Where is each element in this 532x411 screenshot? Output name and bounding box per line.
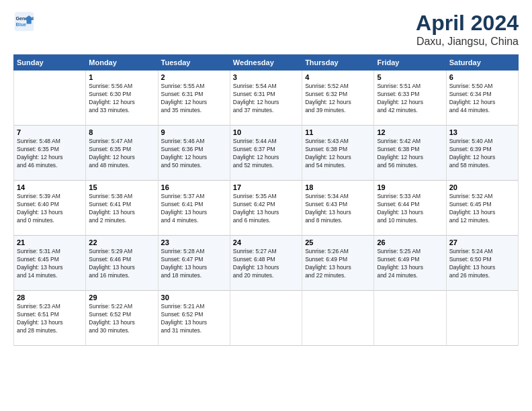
calendar-week-row: 7Sunrise: 5:48 AMSunset: 6:35 PMDaylight… bbox=[14, 126, 519, 181]
calendar-day-cell: 13Sunrise: 5:40 AMSunset: 6:39 PMDayligh… bbox=[446, 126, 518, 181]
calendar-day-cell: 22Sunrise: 5:29 AMSunset: 6:46 PMDayligh… bbox=[86, 236, 158, 291]
day-info: Sunrise: 5:28 AMSunset: 6:47 PMDaylight:… bbox=[161, 248, 227, 280]
day-info: Sunrise: 5:35 AMSunset: 6:42 PMDaylight:… bbox=[233, 193, 299, 225]
calendar-header-row: Sunday Monday Tuesday Wednesday Thursday… bbox=[14, 55, 519, 71]
day-info: Sunrise: 5:32 AMSunset: 6:45 PMDaylight:… bbox=[449, 193, 515, 225]
calendar-day-cell: 18Sunrise: 5:34 AMSunset: 6:43 PMDayligh… bbox=[302, 181, 374, 236]
day-number: 9 bbox=[161, 128, 227, 136]
day-number: 7 bbox=[17, 128, 83, 136]
calendar-day-cell: 28Sunrise: 5:23 AMSunset: 6:51 PMDayligh… bbox=[14, 291, 86, 346]
day-number: 16 bbox=[161, 183, 227, 191]
day-info: Sunrise: 5:52 AMSunset: 6:32 PMDaylight:… bbox=[305, 83, 371, 115]
day-number: 13 bbox=[449, 128, 515, 136]
day-number: 26 bbox=[377, 238, 443, 246]
day-info: Sunrise: 5:42 AMSunset: 6:38 PMDaylight:… bbox=[377, 138, 443, 170]
day-info: Sunrise: 5:51 AMSunset: 6:33 PMDaylight:… bbox=[377, 83, 443, 115]
page: General Blue April 2024 Daxu, Jiangsu, C… bbox=[0, 0, 532, 411]
header-monday: Monday bbox=[86, 55, 158, 71]
calendar-week-row: 1Sunrise: 5:56 AMSunset: 6:30 PMDaylight… bbox=[14, 71, 519, 126]
calendar-day-cell bbox=[230, 291, 302, 346]
day-info: Sunrise: 5:31 AMSunset: 6:45 PMDaylight:… bbox=[17, 248, 83, 280]
logo-icon: General Blue bbox=[13, 11, 35, 32]
day-info: Sunrise: 5:37 AMSunset: 6:41 PMDaylight:… bbox=[161, 193, 227, 225]
calendar-day-cell: 19Sunrise: 5:33 AMSunset: 6:44 PMDayligh… bbox=[374, 181, 446, 236]
day-info: Sunrise: 5:26 AMSunset: 6:49 PMDaylight:… bbox=[305, 248, 371, 280]
day-info: Sunrise: 5:22 AMSunset: 6:52 PMDaylight:… bbox=[89, 303, 154, 335]
day-number: 18 bbox=[305, 183, 371, 191]
day-number: 22 bbox=[89, 238, 154, 246]
title-block: April 2024 Daxu, Jiangsu, China bbox=[416, 11, 519, 48]
calendar-day-cell: 14Sunrise: 5:39 AMSunset: 6:40 PMDayligh… bbox=[14, 181, 86, 236]
svg-text:Blue: Blue bbox=[16, 22, 26, 28]
calendar-day-cell: 6Sunrise: 5:50 AMSunset: 6:34 PMDaylight… bbox=[446, 71, 518, 126]
day-info: Sunrise: 5:34 AMSunset: 6:43 PMDaylight:… bbox=[305, 193, 371, 225]
calendar-day-cell: 23Sunrise: 5:28 AMSunset: 6:47 PMDayligh… bbox=[158, 236, 230, 291]
day-number: 14 bbox=[17, 183, 83, 191]
day-number: 27 bbox=[449, 238, 515, 246]
day-number: 15 bbox=[89, 183, 154, 191]
calendar-day-cell: 4Sunrise: 5:52 AMSunset: 6:32 PMDaylight… bbox=[302, 71, 374, 126]
calendar-day-cell: 8Sunrise: 5:47 AMSunset: 6:35 PMDaylight… bbox=[86, 126, 158, 181]
header: General Blue April 2024 Daxu, Jiangsu, C… bbox=[13, 11, 519, 48]
calendar-day-cell: 16Sunrise: 5:37 AMSunset: 6:41 PMDayligh… bbox=[158, 181, 230, 236]
day-info: Sunrise: 5:40 AMSunset: 6:39 PMDaylight:… bbox=[449, 138, 515, 170]
day-info: Sunrise: 5:50 AMSunset: 6:34 PMDaylight:… bbox=[449, 83, 515, 115]
calendar-day-cell bbox=[446, 291, 518, 346]
day-number: 21 bbox=[17, 238, 83, 246]
calendar-day-cell: 29Sunrise: 5:22 AMSunset: 6:52 PMDayligh… bbox=[86, 291, 158, 346]
calendar-day-cell: 10Sunrise: 5:44 AMSunset: 6:37 PMDayligh… bbox=[230, 126, 302, 181]
day-number: 25 bbox=[305, 238, 371, 246]
day-number: 2 bbox=[161, 73, 227, 81]
day-info: Sunrise: 5:47 AMSunset: 6:35 PMDaylight:… bbox=[89, 138, 154, 170]
day-info: Sunrise: 5:27 AMSunset: 6:48 PMDaylight:… bbox=[233, 248, 299, 280]
header-thursday: Thursday bbox=[302, 55, 374, 71]
calendar-day-cell bbox=[374, 291, 446, 346]
calendar-day-cell: 20Sunrise: 5:32 AMSunset: 6:45 PMDayligh… bbox=[446, 181, 518, 236]
day-info: Sunrise: 5:55 AMSunset: 6:31 PMDaylight:… bbox=[161, 83, 227, 115]
day-info: Sunrise: 5:33 AMSunset: 6:44 PMDaylight:… bbox=[377, 193, 443, 225]
day-number: 12 bbox=[377, 128, 443, 136]
day-number: 23 bbox=[161, 238, 227, 246]
day-number: 29 bbox=[89, 293, 154, 302]
day-info: Sunrise: 5:54 AMSunset: 6:31 PMDaylight:… bbox=[233, 83, 299, 115]
day-info: Sunrise: 5:23 AMSunset: 6:51 PMDaylight:… bbox=[17, 303, 83, 335]
header-tuesday: Tuesday bbox=[158, 55, 230, 71]
calendar-week-row: 28Sunrise: 5:23 AMSunset: 6:51 PMDayligh… bbox=[14, 291, 519, 346]
header-saturday: Saturday bbox=[446, 55, 518, 71]
calendar-week-row: 21Sunrise: 5:31 AMSunset: 6:45 PMDayligh… bbox=[14, 236, 519, 291]
day-number: 10 bbox=[233, 128, 299, 136]
calendar-day-cell bbox=[14, 71, 86, 126]
calendar-title: April 2024 bbox=[416, 11, 519, 36]
calendar-day-cell: 1Sunrise: 5:56 AMSunset: 6:30 PMDaylight… bbox=[86, 71, 158, 126]
day-info: Sunrise: 5:25 AMSunset: 6:49 PMDaylight:… bbox=[377, 248, 443, 280]
day-number: 30 bbox=[161, 293, 227, 302]
calendar-day-cell: 5Sunrise: 5:51 AMSunset: 6:33 PMDaylight… bbox=[374, 71, 446, 126]
day-info: Sunrise: 5:44 AMSunset: 6:37 PMDaylight:… bbox=[233, 138, 299, 170]
calendar-day-cell: 26Sunrise: 5:25 AMSunset: 6:49 PMDayligh… bbox=[374, 236, 446, 291]
calendar-day-cell: 12Sunrise: 5:42 AMSunset: 6:38 PMDayligh… bbox=[374, 126, 446, 181]
day-info: Sunrise: 5:21 AMSunset: 6:52 PMDaylight:… bbox=[161, 303, 227, 335]
day-info: Sunrise: 5:24 AMSunset: 6:50 PMDaylight:… bbox=[449, 248, 515, 280]
day-info: Sunrise: 5:46 AMSunset: 6:36 PMDaylight:… bbox=[161, 138, 227, 170]
calendar-day-cell: 27Sunrise: 5:24 AMSunset: 6:50 PMDayligh… bbox=[446, 236, 518, 291]
day-number: 4 bbox=[305, 73, 371, 81]
calendar-day-cell bbox=[302, 291, 374, 346]
calendar-day-cell: 15Sunrise: 5:38 AMSunset: 6:41 PMDayligh… bbox=[86, 181, 158, 236]
calendar-week-row: 14Sunrise: 5:39 AMSunset: 6:40 PMDayligh… bbox=[14, 181, 519, 236]
day-number: 17 bbox=[233, 183, 299, 191]
calendar-day-cell: 24Sunrise: 5:27 AMSunset: 6:48 PMDayligh… bbox=[230, 236, 302, 291]
day-info: Sunrise: 5:48 AMSunset: 6:35 PMDaylight:… bbox=[17, 138, 83, 170]
calendar-subtitle: Daxu, Jiangsu, China bbox=[416, 36, 519, 48]
calendar-day-cell: 9Sunrise: 5:46 AMSunset: 6:36 PMDaylight… bbox=[158, 126, 230, 181]
header-wednesday: Wednesday bbox=[230, 55, 302, 71]
calendar-day-cell: 17Sunrise: 5:35 AMSunset: 6:42 PMDayligh… bbox=[230, 181, 302, 236]
day-info: Sunrise: 5:38 AMSunset: 6:41 PMDaylight:… bbox=[89, 193, 154, 225]
day-number: 1 bbox=[89, 73, 154, 81]
calendar-day-cell: 7Sunrise: 5:48 AMSunset: 6:35 PMDaylight… bbox=[14, 126, 86, 181]
day-info: Sunrise: 5:39 AMSunset: 6:40 PMDaylight:… bbox=[17, 193, 83, 225]
day-number: 24 bbox=[233, 238, 299, 246]
calendar-day-cell: 11Sunrise: 5:43 AMSunset: 6:38 PMDayligh… bbox=[302, 126, 374, 181]
logo: General Blue bbox=[13, 11, 35, 32]
header-sunday: Sunday bbox=[14, 55, 86, 71]
day-number: 8 bbox=[89, 128, 154, 136]
